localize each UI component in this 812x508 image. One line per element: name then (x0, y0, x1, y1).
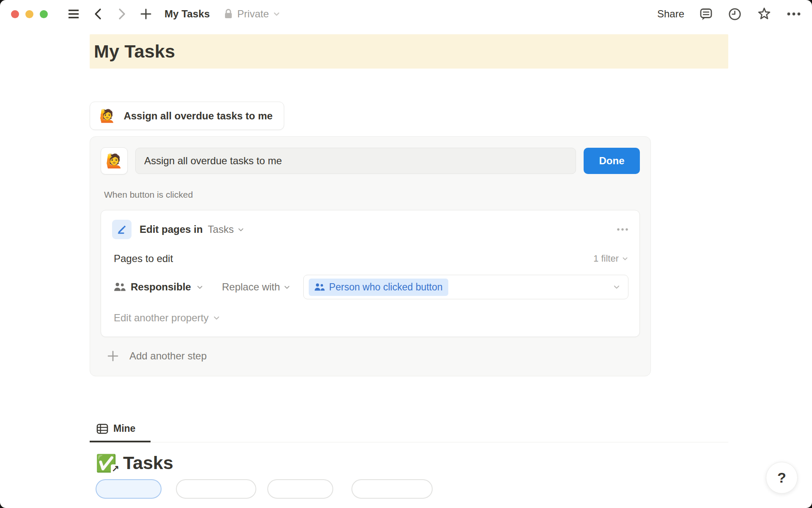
tab-mine[interactable]: Mine (90, 423, 151, 442)
forward-icon[interactable] (116, 8, 127, 20)
chevron-down-icon (613, 283, 620, 291)
edit-pages-icon (112, 220, 132, 239)
people-icon (314, 283, 325, 292)
step-target-select[interactable]: Tasks (208, 224, 244, 235)
chevron-down-icon (196, 284, 203, 291)
titlebar: My Tasks Private Share (0, 0, 812, 28)
minimize-window-button[interactable] (25, 10, 33, 18)
page-title: My Tasks (94, 41, 175, 62)
done-button[interactable]: Done (584, 148, 640, 174)
step-more-options-icon[interactable] (617, 228, 628, 231)
pages-to-edit-label: Pages to edit (114, 253, 173, 265)
property-select[interactable]: Responsible (114, 281, 203, 293)
add-another-step-button[interactable]: Add another step (107, 350, 207, 362)
close-window-button[interactable] (11, 10, 19, 18)
raising-hand-emoji: 🙋 (106, 153, 123, 169)
button-emoji-picker[interactable]: 🙋 (101, 147, 128, 174)
step-action-label: Edit pages in (140, 224, 203, 235)
chevron-down-icon (622, 255, 628, 262)
tab-mine-label: Mine (113, 423, 135, 434)
property-edit-row: Responsible Replace with Person who clic… (112, 275, 628, 299)
pages-to-edit-row: Pages to edit 1 filter (112, 253, 628, 265)
comments-icon[interactable] (699, 7, 713, 21)
add-another-step-label: Add another step (129, 350, 207, 362)
person-value-label: Person who clicked button (329, 282, 443, 293)
filter-chip[interactable] (96, 479, 162, 499)
chevron-down-icon (237, 226, 244, 233)
history-clock-icon[interactable] (728, 7, 742, 21)
nav-controls (67, 8, 152, 20)
breadcrumb-title[interactable]: My Tasks (165, 8, 210, 20)
person-value-pill: Person who clicked button (309, 279, 448, 296)
help-button[interactable]: ? (766, 462, 798, 494)
value-select[interactable]: Person who clicked button (303, 275, 628, 299)
page-content: My Tasks 🙋 Assign all overdue tasks to m… (90, 34, 728, 499)
filter-chip[interactable] (351, 479, 433, 499)
database-title-row: ✅ ↗ Tasks (90, 453, 728, 473)
more-options-icon[interactable] (787, 12, 801, 16)
zoom-window-button[interactable] (40, 10, 48, 18)
notion-window: My Tasks Private Share (0, 0, 812, 508)
operation-label: Replace with (222, 281, 280, 293)
linked-database-arrow-icon: ↗ (111, 464, 119, 474)
plus-icon (107, 350, 119, 362)
new-page-icon[interactable] (140, 8, 152, 20)
back-icon[interactable] (93, 8, 104, 20)
operation-select[interactable]: Replace with (222, 281, 291, 293)
automation-button-label: Assign all overdue tasks to me (123, 110, 272, 122)
database-title[interactable]: Tasks (123, 453, 173, 473)
people-icon (114, 282, 126, 292)
privacy-label: Private (237, 8, 269, 20)
page-title-banner: My Tasks (90, 34, 728, 69)
automation-button[interactable]: 🙋 Assign all overdue tasks to me (90, 102, 284, 130)
favorite-star-icon[interactable] (757, 7, 772, 21)
help-button-label: ? (777, 469, 786, 486)
filter-control[interactable]: 1 filter (593, 253, 628, 264)
table-view-icon (96, 423, 108, 434)
chevron-down-icon (213, 314, 220, 322)
window-controls (11, 10, 48, 18)
titlebar-actions: Share (657, 7, 801, 21)
filter-chip[interactable] (176, 479, 256, 499)
tasks-check-emoji: ✅ ↗ (96, 455, 117, 472)
edit-another-property-label: Edit another property (114, 312, 208, 324)
edit-another-property-button[interactable]: Edit another property (112, 312, 220, 324)
privacy-menu[interactable]: Private (223, 8, 280, 20)
button-name-input[interactable] (135, 148, 576, 174)
automation-step-card: Edit pages in Tasks Pages to edit 1 filt… (101, 210, 640, 337)
button-name-row: 🙋 Done (101, 147, 640, 174)
share-button[interactable]: Share (657, 8, 684, 20)
chevron-down-icon (273, 10, 280, 18)
raising-hand-emoji: 🙋 (99, 110, 115, 122)
filter-chips-row (90, 479, 728, 499)
view-tabs: Mine (90, 423, 728, 442)
filter-count-label: 1 filter (593, 253, 619, 264)
chevron-down-icon (283, 284, 291, 291)
step-target-label: Tasks (208, 224, 233, 235)
sidebar-menu-icon[interactable] (67, 8, 80, 19)
property-name-label: Responsible (131, 281, 191, 293)
trigger-label: When button is clicked (104, 190, 640, 200)
step-header: Edit pages in Tasks (112, 220, 628, 239)
button-editor-panel: 🙋 Done When button is clicked Edit pages… (90, 136, 651, 376)
lock-icon (223, 8, 233, 20)
filter-chip[interactable] (267, 479, 333, 499)
